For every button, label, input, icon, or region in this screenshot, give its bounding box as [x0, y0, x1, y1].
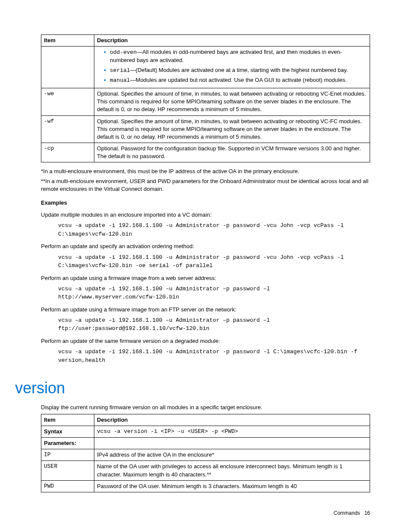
th-desc: Description [94, 35, 370, 47]
cell-desc: odd-even—All modules in odd-numbered bay… [94, 47, 370, 88]
example-intro: Perform an update using a firmware image… [41, 274, 370, 282]
footnote-1: *In a multi-enclosure environment, this … [41, 168, 370, 175]
version-table: Item Description Syntax vcsu -a version … [41, 414, 370, 492]
code: manual [110, 77, 130, 84]
cell-desc: IPv4 address of the active OA in the enc… [94, 449, 370, 461]
footer-label: Commands [333, 510, 360, 516]
example-intro: Update multiple modules in an enclosure … [41, 211, 370, 219]
example-intro: Perform an update using a firmware image… [41, 306, 370, 314]
text: —Modules are updated but not activated. … [130, 77, 347, 83]
footer-page: 16 [364, 510, 370, 516]
cell-item: -we [41, 88, 94, 115]
table-row: -wf Optional. Specifies the amount of ti… [41, 115, 370, 143]
cell-item: Parameters: [41, 438, 94, 449]
table-row: -cp Optional. Password for the configura… [41, 143, 370, 162]
cell-item: PWD [41, 480, 94, 492]
table-row: Parameters: [41, 438, 370, 449]
list-item: manual—Modules are updated but not activ… [104, 76, 367, 84]
example-code: vcsu -a update -i 192.168.1.100 -u Admin… [58, 221, 370, 238]
page-footer: Commands 16 [41, 510, 370, 517]
list-item: serial—(Default) Modules are activated o… [104, 66, 367, 75]
example-intro: Perform an update and specify an activat… [41, 243, 370, 250]
cell-desc: Optional. Specifies the amount of time, … [94, 88, 370, 115]
example-intro: Perform an update of the same firmware v… [41, 337, 370, 345]
cell-item: -cp [41, 143, 94, 162]
example-code: vcsu –a update –i 192.168.1.100 –u Admin… [58, 285, 370, 302]
table-row: PWD Password of the OA user. Minimum len… [41, 480, 370, 492]
table-row: -we Optional. Specifies the amount of ti… [41, 88, 370, 115]
text: —(Default) Modules are activated one at … [130, 67, 348, 73]
examples-heading: Examples [41, 199, 370, 207]
cell-desc: Optional. Password for the configuration… [94, 143, 370, 162]
cell-item: -wf [41, 115, 94, 143]
cell-desc [94, 438, 370, 449]
example-code: vcsu -a update -i 192.168.1.100 -u Admin… [58, 348, 370, 364]
cell-desc: vcsu -a version -i <IP> -u <USER> -p <PW… [94, 426, 370, 437]
list-item: odd-even—All modules in odd-numbered bay… [104, 48, 367, 64]
cell-item: IP [41, 449, 94, 461]
cell-item [41, 47, 94, 88]
table-row: Syntax vcsu -a version -i <IP> -u <USER>… [41, 426, 370, 437]
table-row: odd-even—All modules in odd-numbered bay… [41, 47, 370, 88]
cell-desc: Password of the OA user. Minimum length … [94, 480, 370, 492]
table-row: USER Name of the OA user with privileges… [41, 461, 370, 480]
code: serial [110, 67, 130, 74]
th-item: Item [41, 35, 94, 47]
cell-desc: Optional. Specifies the amount of time, … [94, 115, 370, 143]
th-item: Item [41, 414, 94, 426]
text: —All modules in odd-numbered bays are ac… [110, 49, 342, 63]
section-heading-version: version [15, 377, 370, 399]
example-code: vcsu -a update -i 192.168.1.100 -u Admin… [58, 253, 370, 270]
table-row: IP IPv4 address of the active OA in the … [41, 449, 370, 461]
cell-item: USER [41, 461, 94, 480]
cell-item: Syntax [41, 426, 94, 437]
code: odd-even [110, 49, 137, 56]
version-intro: Display the current running firmware ver… [41, 404, 370, 411]
cell-desc: Name of the OA user with privileges to a… [94, 461, 370, 480]
th-desc: Description [94, 414, 370, 426]
options-table: Item Description odd-even—All modules in… [41, 34, 370, 162]
example-code: vcsu –a update –i 192.168.1.100 –u Admin… [58, 316, 370, 333]
footnote-2: **In a multi-enclosure environment, USER… [41, 177, 370, 193]
